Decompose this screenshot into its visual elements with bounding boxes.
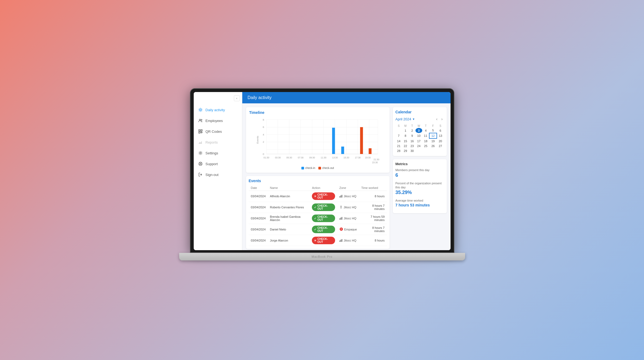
cal-day-empty1: [396, 128, 402, 133]
svg-text:17:30: 17:30: [355, 156, 360, 159]
day-t2: T: [422, 124, 429, 128]
cal-day-14[interactable]: 14: [396, 138, 402, 144]
events-table-header: Date Name Action Zone Time worked: [249, 185, 387, 191]
cal-day-20[interactable]: 20: [437, 138, 444, 144]
cal-day-2[interactable]: 2: [409, 128, 415, 133]
svg-text:8: 8: [263, 118, 264, 121]
sidebar-item-sign-out[interactable]: Sign-out: [194, 169, 242, 180]
screen-content: ‹ Daily activity: [194, 92, 451, 250]
cal-day-26[interactable]: 26: [429, 144, 437, 148]
cal-day-15[interactable]: 15: [402, 138, 409, 144]
svg-text:03:30: 03:30: [275, 156, 281, 159]
svg-rect-66: [339, 240, 340, 242]
svg-text:11:30: 11:30: [321, 156, 326, 159]
cell-date: 03/04/2024: [249, 224, 268, 235]
metrics-container: Members present this day6Percent of the …: [396, 168, 444, 207]
zone-label: ✕Empaque: [339, 227, 357, 232]
cal-day-9[interactable]: 9: [409, 133, 415, 138]
sidebar-label-support: Support: [206, 162, 218, 166]
cell-zone: Jilocc HQ: [337, 213, 359, 224]
sidebar-item-settings[interactable]: Settings: [194, 148, 242, 158]
metrics-title: Metrics: [396, 162, 444, 166]
cell-name: Daniel Nieto: [268, 224, 310, 235]
cal-day-empty5: [437, 148, 444, 153]
calendar-next-button[interactable]: ›: [440, 116, 444, 122]
laptop-screen: ‹ Daily activity: [190, 88, 454, 253]
chart-legend: check-in check-out: [249, 167, 386, 169]
svg-rect-4: [199, 130, 200, 131]
cell-date: 03/04/2024: [249, 235, 268, 246]
day-t1: T: [409, 124, 415, 128]
cal-day-29[interactable]: 29: [402, 148, 409, 153]
cal-week-3: 14 15 16 17 18 19 20: [396, 138, 444, 144]
cal-day-17[interactable]: 17: [415, 138, 422, 144]
svg-text:01:30: 01:30: [263, 156, 269, 159]
metric-label: Average time worked: [396, 199, 444, 202]
cal-day-6[interactable]: 6: [437, 128, 444, 133]
svg-text:2: 2: [263, 140, 264, 143]
day-w: W: [415, 124, 422, 128]
cal-day-12-circled[interactable]: 12: [429, 133, 437, 138]
metric-value: 35.29%: [396, 190, 444, 195]
action-badge: ✕CHECK-OUT: [312, 237, 335, 244]
svg-rect-43: [369, 148, 372, 154]
svg-text:23:30: 23:30: [372, 161, 378, 164]
sidebar-collapse-button[interactable]: ‹: [234, 95, 240, 101]
sidebar-item-qr-codes[interactable]: QR Codes: [194, 126, 242, 137]
cal-day-empty3: [422, 148, 429, 153]
zone-label: Jilocc HQ: [339, 194, 357, 198]
cell-time: 8 hours 7 minutes: [359, 224, 387, 235]
cal-day-23[interactable]: 23: [409, 144, 415, 148]
cal-day-10[interactable]: 10: [415, 133, 422, 138]
timeline-card: Timeline: [246, 107, 390, 173]
cal-day-7[interactable]: 7: [396, 133, 402, 138]
cal-day-18[interactable]: 18: [422, 138, 429, 144]
cal-day-24[interactable]: 24: [415, 144, 422, 148]
cell-action: ✕CHECK-OUT: [310, 235, 337, 246]
cell-time: 8 hours 7 minutes: [359, 202, 387, 213]
cal-day-25[interactable]: 25: [422, 144, 429, 148]
table-row: 03/04/2024Jorge Alarcon✕CHECK-OUTJilocc …: [249, 235, 387, 246]
laptop-base: MacBook Pro: [179, 253, 465, 260]
calendar-prev-button[interactable]: ‹: [435, 116, 439, 122]
svg-rect-63: [342, 217, 342, 220]
cal-day-21[interactable]: 21: [396, 144, 402, 148]
cal-day-27[interactable]: 27: [437, 144, 444, 148]
calendar-title: Calendar: [396, 110, 444, 114]
svg-text:15:30: 15:30: [343, 156, 349, 159]
svg-text:Events: Events: [256, 136, 259, 144]
svg-rect-10: [200, 142, 200, 144]
cal-day-30[interactable]: 30: [409, 148, 415, 153]
svg-text:✕: ✕: [340, 228, 342, 230]
svg-point-2: [201, 119, 202, 120]
sidebar-item-support[interactable]: Support: [194, 158, 242, 169]
cell-time: 8 hours: [359, 235, 387, 246]
cal-day-22[interactable]: 22: [402, 144, 409, 148]
legend-checkin-label: check-in: [305, 167, 315, 169]
cal-day-28[interactable]: 28: [396, 148, 402, 153]
sidebar-label-qr-codes: QR Codes: [206, 130, 222, 134]
calendar-day-headers: S M T W T F S: [396, 124, 444, 128]
cal-day-4[interactable]: 4: [422, 128, 429, 133]
cal-day-16[interactable]: 16: [409, 138, 415, 144]
svg-point-59: [340, 208, 342, 209]
col-date: Date: [249, 185, 268, 191]
cal-day-3-today[interactable]: 3: [415, 128, 422, 133]
zone-label: Jilocc HQ: [339, 216, 357, 220]
calendar-grid: S M T W T F S: [396, 124, 444, 153]
daily-activity-icon: [198, 107, 203, 112]
zone-label: Jilocc HQ: [339, 205, 357, 209]
cal-day-1[interactable]: 1: [402, 128, 409, 133]
col-zone: Zone: [337, 185, 359, 191]
svg-point-1: [199, 119, 200, 121]
sidebar-item-daily-activity[interactable]: Daily activity: [194, 104, 242, 115]
cal-day-8[interactable]: 8: [402, 133, 409, 138]
svg-text:6: 6: [263, 125, 264, 128]
sidebar-item-employees[interactable]: Employees: [194, 115, 242, 126]
metric-value: 7 hours 53 minutes: [396, 203, 444, 207]
svg-point-13: [200, 152, 201, 154]
cal-day-19[interactable]: 19: [429, 138, 437, 144]
cal-day-13[interactable]: 13: [437, 133, 444, 138]
cal-day-11[interactable]: 11: [422, 133, 429, 138]
cal-day-5[interactable]: 5: [429, 128, 437, 133]
